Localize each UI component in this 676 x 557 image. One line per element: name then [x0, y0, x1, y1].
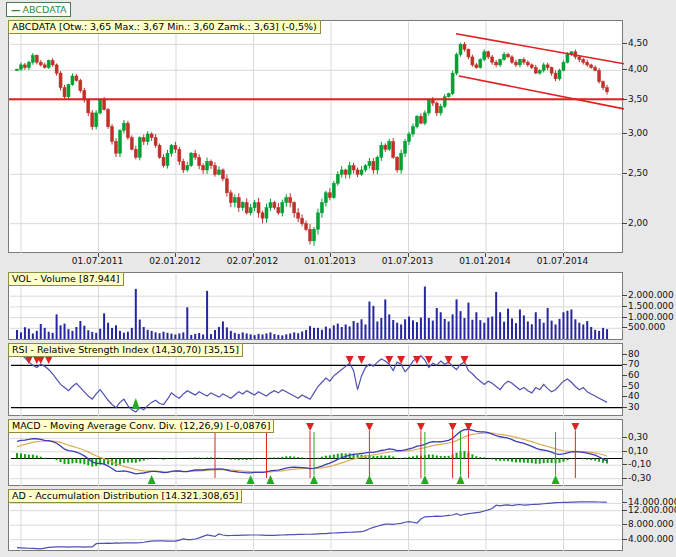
x-axis-date-label: 01.07.2014: [530, 256, 596, 266]
y-axis-tick: [622, 407, 627, 408]
y-axis-label: 70: [628, 359, 639, 369]
y-axis-tick: [622, 295, 627, 296]
ad-panel-header: AD - Accumulation Distribution [14.321.3…: [8, 489, 242, 503]
y-axis-label: 4,00: [628, 64, 648, 74]
x-axis-date-label: 01.07.2011: [65, 256, 131, 266]
macd-panel-header: MACD - Moving Average Conv. Div. (12,26,…: [8, 419, 274, 433]
volume-panel-header: VOL - Volume [87.944]: [8, 272, 124, 286]
y-axis-label: 4,50: [628, 38, 648, 48]
x-axis-date-label: 02.07.2012: [220, 256, 286, 266]
y-axis-label: 0,10: [628, 446, 648, 456]
series-line-sample-icon: —: [11, 4, 21, 15]
y-axis-label: 2.000.000: [628, 290, 674, 300]
price-panel[interactable]: [8, 20, 623, 253]
y-axis-label: 12.000.000: [628, 505, 676, 515]
y-axis-label: 2,00: [628, 218, 648, 228]
series-symbol-label: ABCDATA: [23, 4, 67, 15]
y-axis-tick: [622, 386, 627, 387]
x-axis-date-label: 01.07.2013: [375, 256, 441, 266]
y-axis-label: 0,30: [628, 432, 648, 442]
y-axis-tick: [622, 173, 627, 174]
y-axis-label: 30: [628, 402, 639, 412]
y-axis-tick: [622, 396, 627, 397]
y-axis-tick: [622, 317, 627, 318]
x-axis-date-label: 01.01.2014: [452, 256, 518, 266]
y-axis-tick: [622, 306, 627, 307]
y-axis-label: 3,50: [628, 94, 648, 104]
y-axis-tick: [622, 43, 627, 44]
y-axis-tick: [622, 478, 627, 479]
y-axis-label: 1.500.000: [628, 301, 674, 311]
rsi-panel-header: RSI - Relative Strength Index (14,30,70)…: [8, 343, 243, 357]
x-axis-date-label: 01.01.2013: [297, 256, 363, 266]
price-panel-header: ABCDATA [Otw.: 3,65 Max.: 3,67 Min.: 3,6…: [8, 20, 321, 34]
y-axis-tick: [622, 327, 627, 328]
y-axis-tick: [622, 464, 627, 465]
y-axis-tick: [622, 223, 627, 224]
y-axis-label: 2,50: [628, 168, 648, 178]
y-axis-tick: [622, 99, 627, 100]
y-axis-tick: [622, 539, 627, 540]
y-axis-tick: [622, 451, 627, 452]
y-axis-label: 3,00: [628, 128, 648, 138]
y-axis-tick: [622, 354, 627, 355]
y-axis-label: 80: [628, 349, 639, 359]
y-axis-label: 50: [628, 381, 639, 391]
y-axis-label: 60: [628, 370, 639, 380]
y-axis-tick: [622, 437, 627, 438]
y-axis-tick: [622, 133, 627, 134]
y-axis-label: -0,10: [628, 459, 651, 469]
y-axis-tick: [622, 510, 627, 511]
y-axis-tick: [622, 502, 627, 503]
price-chart-canvas: [9, 21, 624, 254]
y-axis-tick: [622, 69, 627, 70]
y-axis-label: 1.000.000: [628, 312, 674, 322]
y-axis-label: 500.000: [628, 322, 665, 332]
y-axis-label: 8.000.000: [628, 519, 674, 529]
y-axis-label: 4.000.000: [628, 534, 674, 544]
y-axis-label: 40: [628, 391, 639, 401]
y-axis-label: -0,30: [628, 473, 651, 483]
chart-application: —ABCDATA ABCDATA [Otw.: 3,65 Max.: 3,67 …: [0, 0, 676, 557]
x-axis-date-label: 02.01.2012: [142, 256, 208, 266]
series-legend[interactable]: —ABCDATA: [6, 2, 71, 17]
y-axis-tick: [622, 375, 627, 376]
y-axis-tick: [622, 364, 627, 365]
y-axis-tick: [622, 524, 627, 525]
